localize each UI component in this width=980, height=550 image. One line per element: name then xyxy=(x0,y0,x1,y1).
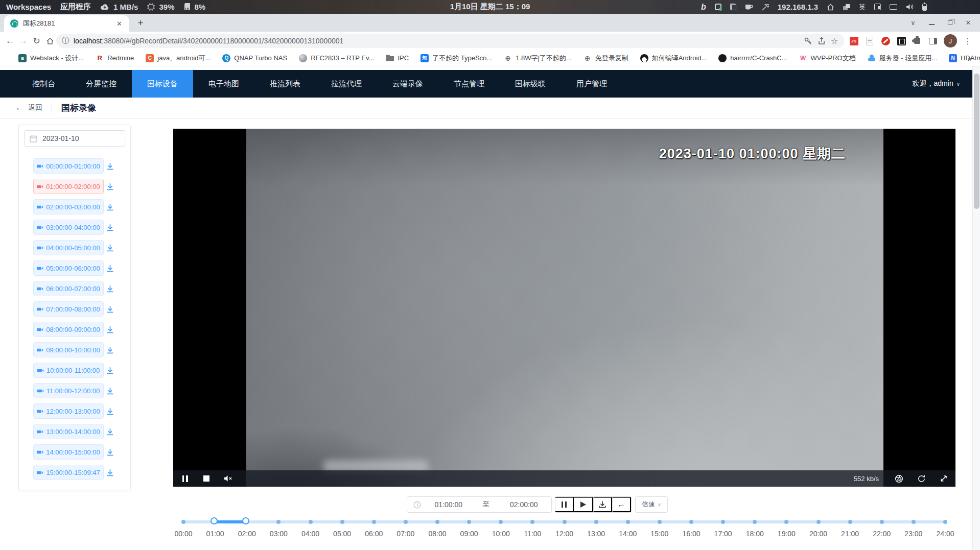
forward-icon[interactable]: → xyxy=(17,34,30,47)
applications-menu[interactable]: 应用程序 xyxy=(60,2,91,12)
bookmarks-overflow-icon[interactable]: » xyxy=(968,50,972,66)
segment-button[interactable]: 03:00:00-04:00:00 xyxy=(33,220,104,235)
player-pause-icon[interactable] xyxy=(180,474,190,483)
bookmark-item[interactable]: C java、android可... xyxy=(146,54,211,63)
workspaces-button[interactable]: Workspaces xyxy=(6,3,51,11)
bookmark-star-icon[interactable]: ☆ xyxy=(831,36,838,46)
date-picker-input[interactable]: 2023-01-10 xyxy=(24,130,125,147)
player-mute-icon[interactable] xyxy=(223,474,232,483)
nav-item[interactable]: 拉流代理 xyxy=(316,70,377,98)
segment-download-button[interactable] xyxy=(106,223,114,232)
window-close-button[interactable]: ✕ xyxy=(963,19,974,27)
browser-tab[interactable]: 国标28181 ✕ xyxy=(4,15,129,32)
segment-button[interactable]: 15:00:00-15:09:47 xyxy=(33,465,104,480)
bookmark-item[interactable]: W WVP-PRO文档 xyxy=(799,54,856,63)
nav-item[interactable]: 控制台 xyxy=(17,70,71,98)
clipboard-icon[interactable] xyxy=(730,4,736,10)
capture-extension-icon[interactable] xyxy=(897,37,906,45)
segment-download-button[interactable] xyxy=(106,366,114,375)
segment-button[interactable]: 01:00:00-02:00:00 xyxy=(33,179,104,194)
tab-close-icon[interactable]: ✕ xyxy=(114,19,124,29)
volume-icon[interactable] xyxy=(906,4,914,10)
input-method-indicator[interactable]: 英 xyxy=(859,3,866,12)
devices-icon[interactable] xyxy=(874,4,881,10)
segment-button[interactable]: 00:00:00-01:00:00 xyxy=(33,158,104,174)
nav-item[interactable]: 用户管理 xyxy=(561,70,622,98)
segment-download-button[interactable] xyxy=(106,407,114,416)
extensions-puzzle-icon[interactable] xyxy=(914,38,920,44)
player-fullscreen-icon[interactable] xyxy=(939,474,948,483)
download-button[interactable] xyxy=(593,497,612,512)
timeline-track[interactable] xyxy=(183,520,945,523)
bookmark-item[interactable]: RFC2833 – RTP Ev... xyxy=(299,54,374,62)
player-settings-shutter-icon[interactable] xyxy=(894,474,903,483)
side-panel-icon[interactable] xyxy=(929,38,937,44)
segment-download-button[interactable] xyxy=(106,448,114,457)
app-window-icon[interactable] xyxy=(715,4,721,10)
color-picker-icon[interactable] xyxy=(762,4,769,11)
segment-button[interactable]: 13:00:00-14:00:00 xyxy=(33,424,104,439)
js-extension-icon[interactable]: JS xyxy=(850,37,858,45)
coffee-icon[interactable] xyxy=(745,4,753,10)
back-icon[interactable]: ← xyxy=(4,34,16,47)
segment-download-button[interactable] xyxy=(106,346,114,354)
nav-item[interactable]: 国标级联 xyxy=(500,70,561,98)
document-extension-icon[interactable] xyxy=(866,37,873,45)
segment-download-button[interactable] xyxy=(106,162,114,171)
tab-search-chevron-icon[interactable]: ∨ xyxy=(907,19,919,27)
bookmark-item[interactable]: ⊕ 免登录复制 xyxy=(584,54,628,63)
time-range-input[interactable]: 01:00:00 至 02:00:00 xyxy=(407,496,552,513)
back-arrow-icon[interactable]: ← xyxy=(15,103,24,113)
browser-home-icon[interactable] xyxy=(43,34,56,47)
segment-button[interactable]: 12:00:00-13:00:00 xyxy=(33,403,104,419)
monitor-icon[interactable] xyxy=(890,4,897,10)
timeline-handle-end[interactable] xyxy=(242,517,249,524)
nav-item[interactable]: 国标设备 xyxy=(132,70,193,98)
segment-button[interactable]: 14:00:00-15:00:00 xyxy=(33,444,104,460)
seek-back-button[interactable]: ← xyxy=(612,497,631,512)
pause-button[interactable] xyxy=(555,497,574,512)
bookmark-item[interactable]: N HDAtmos :: 种子 *... xyxy=(949,54,980,63)
url-text[interactable]: localhost:38080/#/gbRecordDetail/3402000… xyxy=(74,37,800,45)
segment-button[interactable]: 04:00:00-05:00:00 xyxy=(33,240,104,255)
nav-item[interactable]: 电子地图 xyxy=(193,70,254,98)
window-restore-button[interactable] xyxy=(944,19,955,27)
reload-icon[interactable]: ↻ xyxy=(30,34,43,47)
back-button[interactable]: 返回 xyxy=(28,103,42,112)
browser-menu-icon[interactable]: ⋮ xyxy=(963,36,973,46)
player-refresh-icon[interactable] xyxy=(917,474,926,483)
segment-button[interactable]: 08:00:00-09:00:00 xyxy=(33,322,104,337)
end-time-value[interactable]: 02:00:00 xyxy=(497,500,552,509)
bookmark-item[interactable]: 知 了不起的 TypeScri... xyxy=(421,54,492,63)
segment-download-button[interactable] xyxy=(106,387,114,395)
bookmark-item[interactable]: Q QNAP Turbo NAS xyxy=(222,54,287,62)
app-b-icon[interactable]: b xyxy=(701,3,706,12)
scrollbar-thumb[interactable] xyxy=(974,74,979,209)
segment-button[interactable]: 10:00:00-11:00:00 xyxy=(33,363,104,378)
profile-avatar[interactable]: J xyxy=(944,34,957,47)
segment-button[interactable]: 07:00:00-08:00:00 xyxy=(33,301,104,317)
windows-stack-icon[interactable] xyxy=(843,4,850,10)
bookmark-item[interactable]: 如何编译Android... xyxy=(640,54,707,63)
home-icon[interactable] xyxy=(827,4,834,11)
bookmark-item[interactable]: hairrrrr/C-CrashC... xyxy=(718,54,787,62)
segment-button[interactable]: 09:00:00-10:00:00 xyxy=(33,342,104,357)
segment-download-button[interactable] xyxy=(106,325,114,334)
segment-download-button[interactable] xyxy=(106,305,114,314)
segment-download-button[interactable] xyxy=(106,264,114,273)
nav-item[interactable]: 节点管理 xyxy=(438,70,500,98)
share-icon[interactable] xyxy=(818,37,826,45)
segment-download-button[interactable] xyxy=(106,427,114,436)
bookmark-item[interactable]: 服务器 - 轻量应用... xyxy=(868,54,937,63)
nav-item[interactable]: 推流列表 xyxy=(254,70,316,98)
nav-item[interactable]: 分屏监控 xyxy=(71,70,132,98)
address-bar[interactable]: ⓘ localhost:38080/#/gbRecordDetail/34020… xyxy=(56,34,844,48)
segment-download-button[interactable] xyxy=(106,203,114,211)
segment-download-button[interactable] xyxy=(106,284,114,293)
site-info-icon[interactable]: ⓘ xyxy=(60,36,71,46)
segment-button[interactable]: 06:00:00-07:00:00 xyxy=(33,281,104,296)
player-stop-icon[interactable] xyxy=(202,474,211,483)
bookmark-item[interactable]: IPC xyxy=(386,54,409,62)
play-button[interactable] xyxy=(574,497,593,512)
nav-item[interactable]: 云端录像 xyxy=(377,70,438,98)
